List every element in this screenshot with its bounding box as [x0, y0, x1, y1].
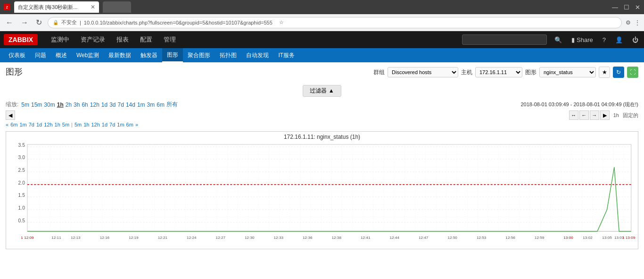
- nav-arrows-right: ↔ ← → ▶ 1h 固定的: [569, 110, 638, 120]
- svg-text:12:56: 12:56: [505, 236, 515, 240]
- nav-right-btn[interactable]: ▶: [600, 110, 610, 120]
- group-dropdown[interactable]: Discovered hosts: [388, 67, 458, 77]
- sub-nav-discovery[interactable]: 自动发现: [241, 48, 273, 62]
- zoom-2h[interactable]: 2h: [66, 101, 72, 108]
- zoom-6h[interactable]: 6h: [82, 101, 88, 108]
- extensions-icon[interactable]: ⚙: [626, 19, 631, 26]
- scroll-12h-r[interactable]: 12h: [91, 122, 99, 127]
- zoom-3m[interactable]: 3m: [147, 101, 155, 108]
- user-icon[interactable]: 👤: [613, 34, 625, 45]
- zoom-14d[interactable]: 14d: [126, 101, 135, 108]
- svg-text:2.0: 2.0: [18, 180, 25, 186]
- svg-text:3.0: 3.0: [18, 155, 25, 160]
- zoom-3h[interactable]: 3h: [74, 101, 80, 108]
- time-range: 2018-08-01 03:09:49 - 2018-08-01 04:09:4…: [521, 101, 639, 108]
- zoom-5m[interactable]: 5m: [21, 101, 29, 108]
- group-label: 群组: [373, 68, 385, 76]
- sub-nav-graphs[interactable]: 图形: [162, 48, 183, 62]
- sub-nav-dashboard[interactable]: 仪表板: [4, 48, 30, 62]
- svg-text:12:24: 12:24: [187, 236, 197, 240]
- zoom-1m[interactable]: 1m: [137, 101, 145, 108]
- zoom-1d[interactable]: 1d: [101, 101, 107, 108]
- scroll-1d-r[interactable]: 1d: [102, 122, 107, 127]
- zoom-6m[interactable]: 6m: [157, 101, 165, 108]
- share-btn[interactable]: ▮ Share: [570, 34, 594, 45]
- top-menu-admin[interactable]: 管理: [158, 31, 182, 48]
- nav-zoom-in-left-btn[interactable]: ←: [579, 110, 589, 120]
- svg-text:12:53: 12:53: [477, 236, 487, 240]
- svg-text:3.5: 3.5: [18, 143, 25, 148]
- favorite-btn[interactable]: ★: [599, 67, 610, 78]
- graph-selector-bar: 群组 Discovered hosts 主机 172.16.1.11 图形 ng…: [373, 67, 638, 78]
- svg-text:12:36: 12:36: [303, 236, 313, 240]
- forward-btn[interactable]: →: [19, 17, 30, 29]
- top-search-input[interactable]: [462, 34, 547, 45]
- address-box[interactable]: 🔒 不安全 | 10.0.0.10/zabbix/charts.php?full…: [48, 17, 622, 28]
- sub-nav-maps[interactable]: 拓扑图: [215, 48, 241, 62]
- zoom-3d[interactable]: 3d: [109, 101, 116, 108]
- scroll-1h-l[interactable]: 1h: [55, 122, 60, 127]
- svg-text:2.5: 2.5: [18, 168, 25, 173]
- sub-nav-triggers[interactable]: 触发器: [136, 48, 162, 62]
- reload-btn[interactable]: ↻: [34, 16, 44, 29]
- scroll-1h-r[interactable]: 1h: [83, 122, 89, 127]
- nav-zoom-in-right-btn[interactable]: →: [590, 110, 599, 120]
- zoom-label: 缩放:: [6, 101, 18, 109]
- scroll-6m-r[interactable]: 6m: [126, 122, 133, 127]
- scroll-7d-r[interactable]: 7d: [109, 122, 115, 127]
- sub-nav-problems[interactable]: 问题: [30, 48, 51, 62]
- chart-container: 172.16.1.11: nginx_status (1h) 3.5 3.0 2…: [6, 131, 638, 249]
- filter-toggle-btn[interactable]: 过滤器 ▲: [303, 85, 341, 97]
- close-btn[interactable]: ✕: [635, 4, 640, 11]
- svg-text:1 13:09: 1 13:09: [622, 236, 636, 240]
- svg-text:13:02: 13:02: [583, 236, 593, 240]
- scroll-next[interactable]: »: [135, 122, 138, 127]
- bookmark-icon[interactable]: ☆: [279, 19, 284, 25]
- nav-left-btn[interactable]: ◀: [6, 110, 15, 120]
- zoom-1h[interactable]: 1h: [57, 101, 64, 108]
- scroll-12h-l[interactable]: 12h: [44, 122, 52, 127]
- scroll-1m-l[interactable]: 1m: [19, 122, 26, 127]
- scroll-5m-r[interactable]: 5m: [74, 122, 82, 127]
- scroll-sep: |: [71, 122, 73, 127]
- top-menu-monitor[interactable]: 监测中: [45, 31, 75, 48]
- sub-nav-services[interactable]: IT服务: [273, 48, 299, 62]
- host-dropdown[interactable]: 172.16.1.11: [475, 67, 522, 77]
- zoom-30m[interactable]: 30m: [44, 101, 55, 108]
- address-bar-row: ← → ↻ 🔒 不安全 | 10.0.0.10/zabbix/charts.ph…: [0, 14, 644, 31]
- sub-nav-web[interactable]: Web监测: [72, 48, 104, 62]
- scroll-5m-l[interactable]: 5m: [62, 122, 69, 127]
- zoom-15m[interactable]: 15m: [31, 101, 42, 108]
- nav-zoom-out-btn[interactable]: ↔: [569, 110, 578, 120]
- tab-close-btn[interactable]: ✕: [91, 4, 95, 10]
- top-menu-config[interactable]: 配置: [134, 31, 158, 48]
- active-tab[interactable]: 自定义图表 [每30秒刷新... ✕: [14, 1, 99, 13]
- refresh-btn[interactable]: ↻: [613, 67, 624, 78]
- fullscreen-btn[interactable]: ⛶: [627, 67, 638, 78]
- menu-icon[interactable]: ⋮: [635, 19, 640, 26]
- zoom-bar: 缩放: 5m 15m 30m 1h 2h 3h 6h 12h 1d 3d 7d …: [6, 101, 638, 109]
- maximize-btn[interactable]: ☐: [624, 4, 629, 11]
- help-icon[interactable]: ?: [601, 34, 608, 45]
- graph-dropdown[interactable]: nginx_status: [539, 67, 596, 77]
- scroll-1m-r[interactable]: 1m: [117, 122, 124, 127]
- graph-label: 图形: [525, 68, 537, 76]
- logout-icon[interactable]: ⏻: [630, 34, 640, 45]
- zoom-12h[interactable]: 12h: [90, 101, 99, 108]
- minimize-btn[interactable]: —: [612, 4, 618, 11]
- top-menu-reports[interactable]: 报表: [111, 31, 134, 48]
- top-menu-assets[interactable]: 资产记录: [75, 31, 111, 48]
- sub-nav-overview[interactable]: 概述: [51, 48, 72, 62]
- zabbix-logo[interactable]: ZABBIX: [4, 34, 38, 45]
- sub-nav-screens[interactable]: 聚合图形: [183, 48, 215, 62]
- back-btn[interactable]: ←: [4, 17, 15, 29]
- zoom-all[interactable]: 所有: [166, 101, 178, 109]
- scroll-1d-l[interactable]: 1d: [36, 122, 42, 127]
- search-icon[interactable]: 🔍: [553, 34, 564, 45]
- scroll-6m-l[interactable]: 6m: [10, 122, 17, 127]
- zoom-7d[interactable]: 7d: [118, 101, 124, 108]
- scroll-link-prev[interactable]: «: [6, 122, 8, 127]
- inactive-tab[interactable]: [103, 1, 131, 13]
- sub-nav-latest[interactable]: 最新数据: [104, 48, 136, 62]
- scroll-7d-l[interactable]: 7d: [29, 122, 34, 127]
